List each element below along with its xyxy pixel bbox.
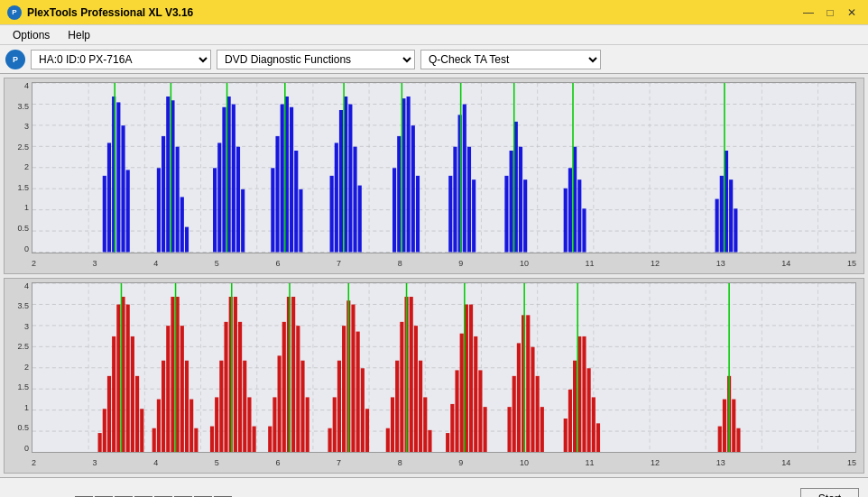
y-label: 0: [24, 445, 29, 453]
x-label: 12: [651, 259, 660, 268]
svg-rect-85: [577, 179, 581, 252]
menu-options[interactable]: Options: [5, 27, 57, 43]
svg-rect-60: [358, 186, 362, 253]
function-select[interactable]: DVD Diagnostic Functions: [217, 50, 415, 69]
svg-rect-153: [282, 321, 286, 452]
svg-rect-140: [215, 397, 218, 452]
x-label: 6: [275, 259, 280, 268]
top-chart-inner: [32, 82, 856, 253]
svg-rect-209: [718, 426, 722, 452]
svg-rect-117: [98, 433, 102, 452]
svg-rect-54: [330, 176, 334, 253]
title-bar-left: P PlexTools Professional XL V3.16: [7, 5, 193, 20]
svg-rect-82: [564, 189, 568, 253]
svg-rect-205: [587, 368, 591, 452]
svg-rect-167: [361, 368, 365, 452]
x-label: 7: [337, 259, 341, 268]
charts-area: 4 3.5 3 2.5 2 1.5 1 0.5 0: [0, 74, 868, 477]
svg-rect-76: [504, 176, 508, 253]
y-label: 2: [24, 364, 29, 372]
svg-rect-152: [278, 355, 282, 452]
y-label: 4: [24, 82, 29, 90]
svg-rect-175: [410, 297, 413, 453]
svg-rect-188: [478, 370, 482, 452]
svg-rect-92: [734, 208, 737, 252]
svg-rect-168: [365, 409, 369, 452]
minimize-button[interactable]: —: [799, 4, 817, 22]
y-label: 1.5: [17, 383, 29, 391]
test-select[interactable]: Q-Check TA Test: [420, 50, 601, 69]
svg-rect-195: [526, 315, 530, 452]
svg-rect-161: [333, 397, 337, 452]
svg-rect-145: [238, 321, 242, 452]
svg-rect-206: [592, 397, 596, 452]
svg-rect-160: [328, 428, 331, 452]
x-label: 12: [651, 458, 660, 467]
y-label: 2.5: [17, 143, 29, 152]
svg-rect-30: [157, 168, 161, 252]
svg-rect-128: [152, 428, 156, 452]
svg-rect-146: [243, 360, 246, 452]
svg-rect-172: [395, 360, 399, 452]
svg-rect-80: [523, 179, 527, 252]
drive-select[interactable]: HA:0 ID:0 PX-716A: [31, 50, 211, 69]
svg-rect-28: [126, 170, 130, 252]
x-label: 9: [458, 458, 463, 467]
top-chart: 4 3.5 3 2.5 2 1.5 1 0.5 0: [4, 78, 864, 274]
svg-rect-130: [162, 360, 165, 452]
svg-rect-69: [448, 176, 452, 253]
x-label: 14: [781, 458, 790, 467]
y-label: 0.5: [17, 225, 29, 233]
maximize-button[interactable]: □: [821, 4, 839, 22]
svg-rect-36: [185, 227, 189, 253]
svg-rect-55: [335, 143, 338, 252]
y-label: 3.5: [17, 302, 29, 310]
svg-rect-52: [299, 189, 302, 253]
svg-rect-207: [596, 423, 600, 452]
svg-rect-163: [342, 326, 346, 452]
svg-rect-125: [135, 375, 139, 452]
y-label: 0.5: [17, 424, 29, 432]
y-label: 3.5: [17, 103, 29, 111]
y-label: 4: [24, 282, 29, 290]
svg-rect-23: [103, 176, 106, 253]
bottom-panel: Jitter: 4 Peak Shift:: [0, 477, 868, 497]
svg-rect-39: [217, 143, 221, 252]
svg-rect-35: [180, 197, 184, 252]
title-bar-text: PlexTools Professional XL V3.16: [27, 6, 193, 19]
svg-rect-171: [391, 397, 394, 452]
svg-rect-131: [166, 326, 170, 452]
svg-rect-148: [253, 426, 256, 452]
x-label: 11: [585, 259, 594, 268]
svg-rect-79: [519, 147, 522, 253]
svg-rect-88: [716, 199, 719, 253]
y-label: 1: [24, 204, 29, 212]
svg-rect-77: [510, 151, 513, 253]
svg-rect-166: [356, 331, 360, 452]
svg-rect-135: [185, 360, 189, 452]
svg-rect-46: [271, 168, 274, 252]
svg-rect-136: [189, 399, 193, 452]
svg-rect-155: [291, 297, 295, 453]
svg-rect-134: [180, 326, 184, 452]
y-label: 1.5: [17, 184, 29, 192]
svg-rect-181: [446, 433, 449, 452]
svg-rect-139: [210, 426, 214, 452]
svg-rect-150: [268, 426, 272, 452]
svg-rect-74: [472, 179, 476, 252]
svg-rect-196: [531, 346, 534, 452]
toolbar: P HA:0 ID:0 PX-716A DVD Diagnostic Funct…: [0, 45, 868, 74]
x-label: 15: [847, 458, 856, 467]
svg-rect-212: [732, 399, 735, 452]
close-button[interactable]: ✕: [843, 4, 861, 22]
svg-rect-43: [236, 147, 240, 253]
svg-rect-173: [400, 321, 403, 452]
bottom-chart-y-axis: 4 3.5 3 2.5 2 1.5 1 0.5 0: [6, 282, 32, 454]
start-button[interactable]: Start: [800, 488, 859, 497]
menu-help[interactable]: Help: [60, 27, 97, 43]
x-label: 8: [398, 259, 402, 268]
svg-rect-197: [536, 375, 540, 452]
x-label: 4: [153, 458, 158, 467]
menu-bar: Options Help: [0, 25, 868, 45]
svg-rect-119: [107, 375, 111, 452]
